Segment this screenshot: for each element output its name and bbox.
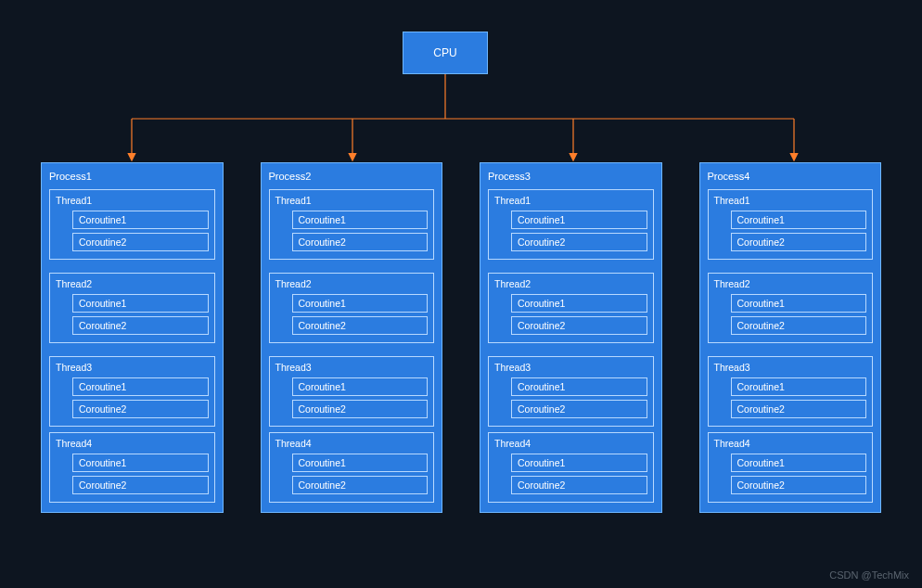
coroutine-node: Coroutine1: [511, 294, 647, 313]
coroutine-node: Coroutine2: [731, 400, 867, 418]
watermark-text: CSDN @TechMix: [829, 569, 909, 581]
diagram-canvas: CPU Process1 Thread1 Coroutine1 Coroutin…: [0, 0, 922, 588]
thread-node: Thread4 Coroutine1 Coroutine2: [488, 432, 654, 503]
cpu-node: CPU: [403, 32, 488, 74]
coroutine-node: Coroutine1: [72, 454, 209, 472]
thread-node: Thread2 Coroutine1 Coroutine2: [49, 273, 215, 343]
coroutine-node: Coroutine1: [292, 454, 429, 472]
thread-node: Thread1 Coroutine1 Coroutine2: [49, 189, 215, 260]
thread-label: Thread1: [714, 194, 867, 206]
coroutine-node: Coroutine1: [731, 294, 867, 313]
process-node: Process1 Thread1 Coroutine1 Coroutine2 T…: [41, 162, 224, 513]
coroutine-node: Coroutine2: [292, 476, 429, 494]
thread-node: Thread3 Coroutine1 Coroutine2: [49, 356, 215, 427]
process-row: Process1 Thread1 Coroutine1 Coroutine2 T…: [41, 162, 881, 513]
coroutine-node: Coroutine1: [511, 211, 647, 229]
cpu-label: CPU: [433, 46, 456, 59]
coroutine-node: Coroutine1: [72, 294, 209, 313]
coroutine-node: Coroutine1: [72, 377, 209, 396]
process-label: Process1: [49, 169, 215, 182]
process-node: Process3 Thread1 Coroutine1 Coroutine2 T…: [480, 162, 662, 513]
coroutine-node: Coroutine2: [72, 400, 209, 418]
thread-node: Thread4 Coroutine1 Coroutine2: [708, 432, 874, 503]
thread-label: Thread4: [714, 437, 867, 449]
thread-node: Thread2 Coroutine1 Coroutine2: [708, 273, 874, 343]
thread-node: Thread2 Coroutine1 Coroutine2: [269, 273, 435, 343]
thread-node: Thread1 Coroutine1 Coroutine2: [488, 189, 654, 260]
thread-node: Thread4 Coroutine1 Coroutine2: [269, 432, 435, 503]
coroutine-node: Coroutine2: [731, 233, 867, 251]
thread-label: Thread2: [56, 277, 209, 289]
thread-node: Thread2 Coroutine1 Coroutine2: [488, 273, 654, 343]
process-node: Process4 Thread1 Coroutine1 Coroutine2 T…: [699, 162, 882, 513]
thread-label: Thread4: [275, 437, 429, 449]
coroutine-node: Coroutine2: [511, 233, 647, 251]
thread-label: Thread4: [494, 437, 647, 449]
process-label: Process2: [269, 169, 435, 182]
coroutine-node: Coroutine2: [292, 400, 429, 418]
process-label: Process3: [488, 169, 654, 182]
thread-node: Thread1 Coroutine1 Coroutine2: [708, 189, 874, 260]
process-label: Process4: [708, 169, 874, 182]
coroutine-node: Coroutine1: [511, 377, 647, 396]
thread-node: Thread3 Coroutine1 Coroutine2: [269, 356, 435, 427]
coroutine-node: Coroutine1: [292, 377, 429, 396]
thread-label: Thread4: [56, 437, 209, 449]
process-node: Process2 Thread1 Coroutine1 Coroutine2 T…: [261, 162, 443, 513]
thread-label: Thread3: [494, 361, 647, 373]
thread-label: Thread3: [275, 361, 429, 373]
coroutine-node: Coroutine2: [72, 233, 209, 251]
thread-label: Thread1: [56, 194, 209, 206]
coroutine-node: Coroutine2: [511, 400, 647, 418]
coroutine-node: Coroutine1: [292, 211, 429, 229]
coroutine-node: Coroutine1: [72, 211, 209, 229]
coroutine-node: Coroutine2: [292, 233, 429, 251]
coroutine-node: Coroutine2: [731, 316, 867, 335]
coroutine-node: Coroutine2: [511, 476, 647, 494]
coroutine-node: Coroutine2: [292, 316, 429, 335]
coroutine-node: Coroutine1: [731, 377, 867, 396]
thread-node: Thread3 Coroutine1 Coroutine2: [708, 356, 874, 427]
thread-label: Thread2: [275, 277, 429, 289]
coroutine-node: Coroutine2: [511, 316, 647, 335]
coroutine-node: Coroutine1: [292, 294, 429, 313]
coroutine-node: Coroutine1: [511, 454, 647, 472]
thread-node: Thread3 Coroutine1 Coroutine2: [488, 356, 654, 427]
coroutine-node: Coroutine1: [731, 454, 867, 472]
coroutine-node: Coroutine2: [731, 476, 867, 494]
thread-label: Thread3: [714, 361, 867, 373]
thread-label: Thread2: [714, 277, 867, 289]
thread-label: Thread2: [494, 277, 647, 289]
coroutine-node: Coroutine1: [731, 211, 867, 229]
thread-label: Thread3: [56, 361, 209, 373]
thread-label: Thread1: [275, 194, 429, 206]
coroutine-node: Coroutine2: [72, 316, 209, 335]
thread-label: Thread1: [494, 194, 647, 206]
thread-node: Thread1 Coroutine1 Coroutine2: [269, 189, 435, 260]
thread-node: Thread4 Coroutine1 Coroutine2: [49, 432, 215, 503]
coroutine-node: Coroutine2: [72, 476, 209, 494]
